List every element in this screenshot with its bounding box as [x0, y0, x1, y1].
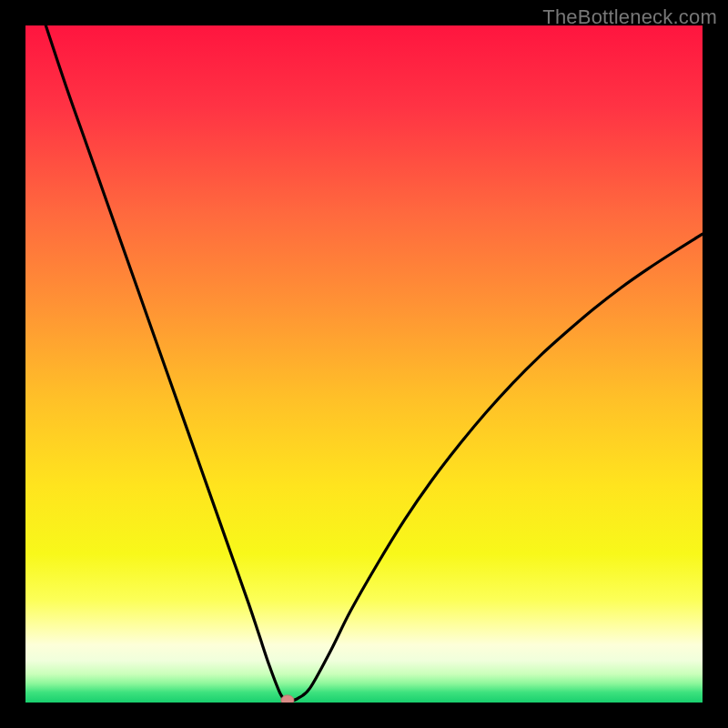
- chart-container: TheBottleneck.com: [0, 0, 728, 728]
- gradient-background: [25, 25, 703, 703]
- minimum-marker: [281, 695, 294, 703]
- watermark-text: TheBottleneck.com: [542, 5, 717, 29]
- plot-area: [25, 25, 703, 703]
- plot-svg: [25, 25, 703, 703]
